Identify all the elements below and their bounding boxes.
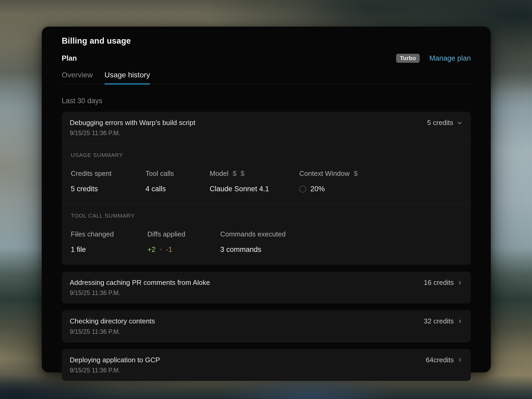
- tool-call-summary-section: TOOL CALL SUMMARY Files changed 1 file D…: [62, 204, 471, 265]
- credits-amount: 64credits: [426, 356, 454, 364]
- usage-entry-title: Checking directory contents: [70, 317, 155, 325]
- chevron-right-icon: [457, 318, 463, 325]
- metric-label-text: Model: [210, 169, 228, 177]
- chevron-right-icon: [457, 280, 463, 286]
- chevron-right-icon: [457, 357, 463, 363]
- usage-entry-card: Checking directory contents 9/15/25 11:3…: [62, 310, 471, 342]
- metric-label: Tool calls: [146, 169, 210, 178]
- credits-amount: 32 credits: [424, 317, 454, 325]
- metric-model: Model$ $ Claude Sonnet 4.1: [210, 169, 299, 193]
- metric-label-text: Context Window: [299, 169, 350, 177]
- diff-added-count: +2: [147, 246, 156, 254]
- metric-context-window: Context Window$ 20%: [299, 169, 359, 193]
- usage-entry-title: Addressing caching PR comments from Alok…: [70, 279, 210, 287]
- dollar-cost-icon: $ $: [233, 169, 246, 177]
- dot-separator: •: [160, 247, 162, 253]
- metric-value: 4 calls: [146, 185, 210, 193]
- plan-tier-badge: Turbo: [396, 54, 420, 63]
- usage-entry-header[interactable]: Deploying application to GCP 9/15/25 11:…: [62, 349, 471, 381]
- metric-tool-calls: Tool calls 4 calls: [146, 169, 210, 193]
- usage-entry-text: Addressing caching PR comments from Alok…: [70, 279, 210, 297]
- usage-entry-timestamp: 9/15/25 11:36 P.M.: [70, 367, 160, 374]
- metric-label: Context Window$: [299, 169, 359, 178]
- dollar-cost-icon: $: [354, 169, 359, 177]
- context-percent: 20%: [310, 185, 325, 193]
- metric-value: Claude Sonnet 4.1: [210, 185, 299, 193]
- tab-usage-history[interactable]: Usage history: [105, 71, 150, 85]
- usage-entry-header[interactable]: Addressing caching PR comments from Alok…: [62, 272, 471, 304]
- plan-actions: Turbo Manage plan: [396, 54, 471, 63]
- tool-call-summary-metrics: Files changed 1 file Diffs applied +2 • …: [71, 230, 462, 254]
- metric-commands-executed: Commands executed 3 commands: [220, 230, 286, 254]
- metric-label: Files changed: [71, 230, 147, 238]
- usage-entry-card-expanded: Debugging errors with Warp’s build scrip…: [62, 112, 471, 265]
- metric-label: Model$ $: [210, 169, 299, 178]
- usage-entry-text: Checking directory contents 9/15/25 11:3…: [70, 317, 155, 335]
- context-progress-ring-icon: [299, 186, 306, 193]
- usage-entry-credits[interactable]: 5 credits: [427, 119, 463, 127]
- credits-amount: 16 credits: [424, 279, 454, 287]
- usage-entry-card: Deploying application to GCP 9/15/25 11:…: [62, 349, 471, 381]
- usage-entry-title: Deploying application to GCP: [70, 356, 160, 364]
- metric-credits-spent: Credits spent 5 credits: [71, 169, 146, 193]
- metric-value: 20%: [299, 185, 359, 193]
- usage-entry-timestamp: 9/15/25 11:36 P.M.: [70, 289, 210, 297]
- usage-entry-title: Debugging errors with Warp’s build scrip…: [70, 119, 196, 127]
- usage-entry-card: Addressing caching PR comments from Alok…: [62, 272, 471, 304]
- period-label: Last 30 days: [62, 97, 471, 105]
- metric-files-changed: Files changed 1 file: [71, 230, 147, 254]
- diff-removed-count: -1: [166, 246, 172, 254]
- billing-usage-dialog: Billing and usage Plan Turbo Manage plan…: [42, 27, 491, 372]
- usage-entry-text: Debugging errors with Warp’s build scrip…: [70, 119, 196, 137]
- metric-value: +2 • -1: [147, 246, 220, 254]
- metric-value: 1 file: [71, 246, 147, 254]
- metric-value: 5 credits: [71, 185, 146, 193]
- plan-row: Plan Turbo Manage plan: [62, 54, 471, 63]
- usage-entry-credits[interactable]: 64credits: [426, 356, 463, 364]
- usage-summary-heading: USAGE SUMMARY: [71, 152, 462, 158]
- tab-bar: Overview Usage history: [62, 71, 471, 84]
- usage-entry-header[interactable]: Checking directory contents 9/15/25 11:3…: [62, 310, 471, 342]
- chevron-down-icon: [456, 120, 463, 126]
- dialog-title: Billing and usage: [62, 36, 471, 46]
- manage-plan-link[interactable]: Manage plan: [429, 54, 471, 63]
- usage-summary-section: USAGE SUMMARY Credits spent 5 credits To…: [62, 144, 471, 204]
- metric-value: 3 commands: [220, 246, 286, 254]
- metric-diffs-applied: Diffs applied +2 • -1: [147, 230, 220, 254]
- credits-amount: 5 credits: [427, 119, 453, 127]
- tool-call-summary-heading: TOOL CALL SUMMARY: [71, 213, 462, 219]
- metric-label: Commands executed: [220, 230, 286, 238]
- plan-heading: Plan: [62, 54, 77, 63]
- usage-entry-timestamp: 9/15/25 11:36 P.M.: [70, 130, 196, 137]
- tab-overview[interactable]: Overview: [62, 71, 93, 85]
- usage-entry-credits[interactable]: 32 credits: [424, 317, 463, 325]
- usage-entry-text: Deploying application to GCP 9/15/25 11:…: [70, 356, 160, 374]
- metric-label: Credits spent: [71, 169, 146, 178]
- usage-entry-credits[interactable]: 16 credits: [424, 279, 463, 287]
- usage-entry-header[interactable]: Debugging errors with Warp’s build scrip…: [62, 112, 471, 144]
- metric-label: Diffs applied: [147, 230, 220, 238]
- usage-summary-metrics: Credits spent 5 credits Tool calls 4 cal…: [71, 169, 462, 193]
- usage-entry-timestamp: 9/15/25 11:36 P.M.: [70, 328, 155, 335]
